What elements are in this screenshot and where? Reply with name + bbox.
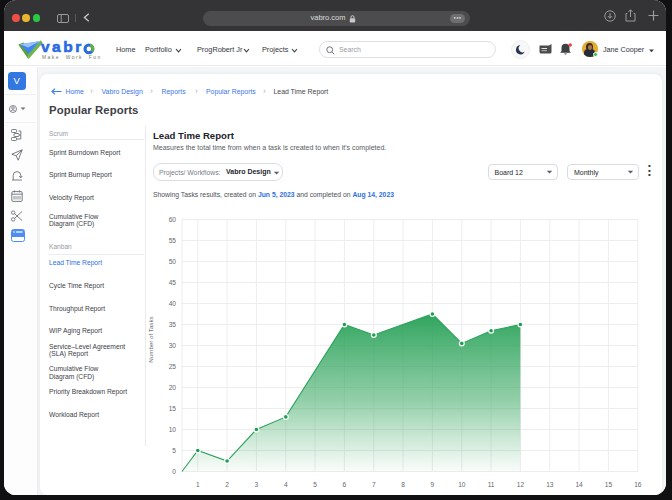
svg-text:0: 0 <box>172 468 176 475</box>
svg-text:2: 2 <box>225 481 229 488</box>
svg-text:15: 15 <box>605 481 613 488</box>
svg-text:1: 1 <box>196 481 200 488</box>
svg-text:20: 20 <box>169 384 177 391</box>
svg-text:55: 55 <box>169 237 177 244</box>
svg-text:7: 7 <box>372 481 376 488</box>
svg-text:50: 50 <box>169 258 177 265</box>
svg-text:5: 5 <box>313 481 317 488</box>
svg-text:35: 35 <box>169 321 177 328</box>
svg-text:10: 10 <box>169 426 177 433</box>
svg-text:3: 3 <box>255 481 259 488</box>
svg-text:10: 10 <box>458 481 466 488</box>
svg-text:8: 8 <box>401 481 405 488</box>
svg-text:5: 5 <box>172 447 176 454</box>
svg-text:13: 13 <box>546 481 554 488</box>
svg-text:15: 15 <box>169 405 177 412</box>
svg-text:14: 14 <box>575 481 583 488</box>
svg-text:Number of Tasks: Number of Tasks <box>147 316 154 362</box>
svg-text:45: 45 <box>169 279 177 286</box>
svg-text:6: 6 <box>343 481 347 488</box>
svg-text:60: 60 <box>169 216 177 223</box>
svg-text:11: 11 <box>488 481 495 488</box>
svg-text:40: 40 <box>169 300 177 307</box>
svg-text:16: 16 <box>634 481 642 488</box>
svg-text:25: 25 <box>169 363 177 370</box>
svg-text:30: 30 <box>169 342 177 349</box>
svg-text:12: 12 <box>517 481 525 488</box>
svg-text:4: 4 <box>284 481 288 488</box>
svg-text:9: 9 <box>431 481 435 488</box>
